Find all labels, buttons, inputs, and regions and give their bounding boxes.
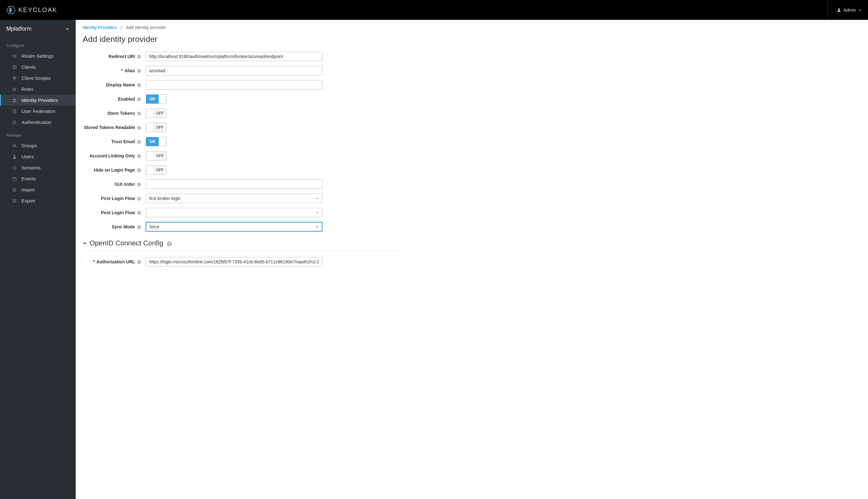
toggle-knob: [146, 151, 154, 160]
help-icon[interactable]: ?: [167, 240, 172, 246]
groups-icon: [12, 143, 17, 148]
chevron-right-icon: ❯: [120, 26, 123, 30]
help-icon[interactable]: ?: [137, 182, 141, 187]
svg-point-5: [15, 55, 16, 56]
sidebar-item-sessions[interactable]: Sessions: [0, 162, 76, 173]
alias-input[interactable]: [146, 66, 322, 75]
store-tokens-toggle[interactable]: OFF: [146, 109, 167, 118]
first-login-flow-select[interactable]: first broker login: [146, 194, 322, 203]
account-linking-only-toggle[interactable]: OFF: [146, 151, 167, 160]
help-icon[interactable]: ?: [137, 225, 141, 229]
realm-name: Mplatform: [6, 26, 32, 32]
svg-text:?: ?: [138, 69, 140, 73]
sidebar-item-user-federation[interactable]: User Federation: [0, 106, 76, 117]
sidebar-item-label: Sessions: [22, 165, 41, 170]
svg-text:?: ?: [138, 126, 140, 130]
sidebar-item-users[interactable]: Users: [0, 151, 76, 162]
help-icon[interactable]: ?: [137, 168, 141, 172]
help-icon[interactable]: ?: [137, 125, 141, 130]
svg-rect-15: [13, 177, 16, 180]
sidebar-item-client-scopes[interactable]: Client Scopes: [0, 73, 76, 84]
authorization-url-input[interactable]: [146, 257, 322, 267]
oidc-config-title: OpenID Connect Config: [89, 239, 163, 247]
sidebar-item-label: Client Scopes: [22, 75, 51, 81]
post-login-flow-select[interactable]: [146, 208, 322, 217]
svg-point-4: [14, 56, 15, 57]
scopes-icon: [12, 76, 17, 81]
svg-text:?: ?: [138, 55, 140, 59]
realm-selector[interactable]: Mplatform: [0, 20, 76, 38]
stored-tokens-readable-toggle[interactable]: OFF: [146, 123, 167, 132]
redirect-uri-input[interactable]: [146, 52, 322, 61]
page-title: Add identity provider: [83, 34, 861, 44]
help-icon[interactable]: ?: [137, 83, 141, 87]
hide-on-login-page-label: Hide on Login Page: [94, 168, 135, 172]
svg-point-11: [13, 144, 14, 145]
sidebar-item-label: Authentication: [22, 120, 51, 125]
hide-on-login-page-toggle[interactable]: OFF: [146, 165, 167, 175]
breadcrumb-root-link[interactable]: Identity Providers: [83, 25, 117, 30]
enabled-label: Enabled: [118, 97, 135, 101]
enabled-toggle[interactable]: ON: [146, 94, 167, 104]
sidebar-item-realm-settings[interactable]: Realm Settings: [0, 50, 76, 61]
sidebar-item-label: Realm Settings: [22, 53, 53, 59]
toggle-off-label: OFF: [154, 151, 166, 160]
toggle-knob: [159, 137, 166, 146]
sidebar-item-import[interactable]: Import: [0, 184, 76, 195]
sidebar-item-identity-providers[interactable]: Identity Providers: [0, 95, 76, 106]
import-icon: [12, 187, 17, 192]
toggle-knob: [146, 109, 154, 118]
sliders-icon: [12, 53, 17, 59]
svg-text:?: ?: [138, 84, 140, 87]
logo-text: KEYCLOAK: [18, 6, 58, 14]
help-icon[interactable]: ?: [137, 260, 141, 264]
help-icon[interactable]: ?: [137, 97, 141, 101]
display-name-label: Display Name: [106, 82, 135, 87]
sidebar-item-events[interactable]: Events: [0, 173, 76, 184]
cube-icon: [12, 65, 17, 70]
toggle-knob: [146, 166, 154, 174]
sidebar-item-roles[interactable]: Roles: [0, 84, 76, 95]
sidebar-item-export[interactable]: Export: [0, 195, 76, 206]
svg-text:?: ?: [138, 155, 140, 158]
export-icon: [12, 198, 17, 204]
display-name-input[interactable]: [146, 80, 322, 89]
help-icon[interactable]: ?: [137, 140, 141, 144]
user-menu[interactable]: Admin: [827, 0, 862, 20]
store-tokens-label: Store Tokens: [107, 111, 135, 116]
exchange-icon: [12, 98, 17, 103]
trust-email-label: Trust Email: [111, 139, 135, 144]
help-icon[interactable]: ?: [137, 196, 141, 201]
help-icon[interactable]: ?: [137, 211, 141, 215]
help-icon[interactable]: ?: [137, 69, 141, 73]
gui-order-input[interactable]: [146, 180, 322, 189]
redirect-uri-label: Redirect URI: [109, 54, 135, 59]
sidebar-item-label: Roles: [22, 86, 34, 92]
chevron-down-icon: [858, 9, 862, 12]
user-label: Admin: [843, 8, 856, 13]
first-login-flow-label: First Login Flow: [101, 196, 135, 201]
required-asterisk: *: [93, 259, 95, 264]
svg-text:?: ?: [138, 141, 140, 144]
user-icon: [837, 8, 841, 12]
svg-text:?: ?: [138, 183, 140, 186]
sidebar-item-label: Clients: [22, 64, 36, 70]
help-icon[interactable]: ?: [137, 111, 141, 116]
oidc-config-section-header[interactable]: OpenID Connect Config ?: [83, 239, 405, 247]
toggle-knob: [146, 123, 154, 132]
sidebar-item-authentication[interactable]: Authentication: [0, 117, 76, 128]
sidebar-item-groups[interactable]: Groups: [0, 140, 76, 151]
sync-mode-select[interactable]: force: [146, 222, 322, 232]
stored-tokens-readable-label: Stored Tokens Readable: [84, 125, 135, 130]
sidebar-item-label: Identity Providers: [22, 97, 58, 103]
help-icon[interactable]: ?: [137, 154, 141, 158]
help-icon[interactable]: ?: [137, 54, 141, 59]
calendar-icon: [12, 176, 17, 181]
chevron-down-icon: [65, 27, 69, 31]
sidebar-item-clients[interactable]: Clients: [0, 61, 76, 73]
trust-email-toggle[interactable]: ON: [146, 137, 167, 146]
keycloak-logo-icon: [6, 6, 16, 14]
account-linking-only-label: Account Linking Only: [89, 153, 135, 158]
svg-text:?: ?: [138, 211, 140, 215]
lock-icon: [12, 120, 17, 125]
